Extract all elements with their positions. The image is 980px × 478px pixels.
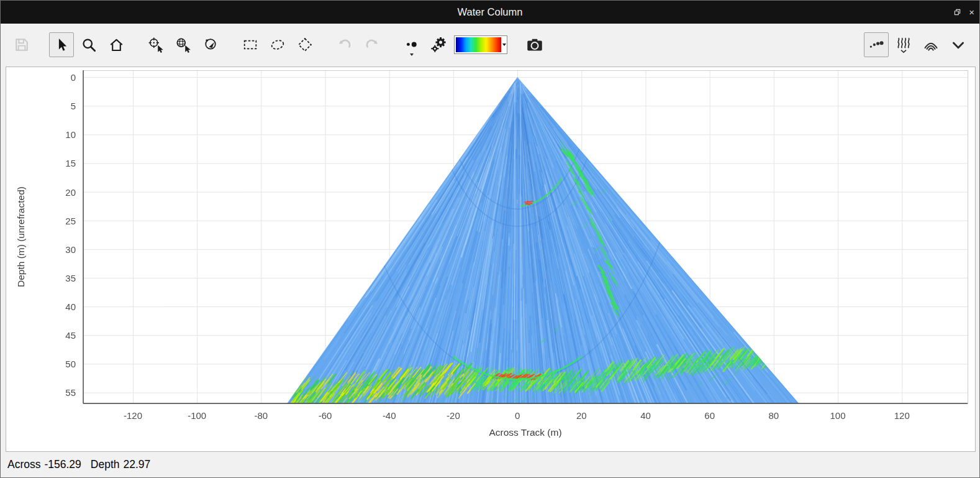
- x-tick-label: -40: [383, 410, 396, 421]
- collapse-toolbar-button[interactable]: [946, 32, 971, 57]
- window-title: Water Column: [458, 6, 523, 18]
- x-tick-label: 100: [830, 410, 846, 421]
- fan-scroll-button[interactable]: [891, 32, 916, 57]
- lasso-select-button[interactable]: [265, 32, 290, 57]
- status-depth-value: 22.97: [124, 458, 151, 471]
- camera-icon: [525, 35, 544, 54]
- save-icon: [13, 36, 30, 53]
- float-window-icon[interactable]: [953, 8, 961, 16]
- water-column-plot-panel: Depth (m) (unrefracted) Across Track (m)…: [6, 67, 976, 452]
- fan-scroll-icon: [895, 35, 912, 54]
- home-icon: [108, 37, 125, 53]
- point-size-icon: [403, 36, 420, 53]
- y-tick-label: 0: [71, 72, 76, 83]
- y-tick-label: 50: [65, 359, 76, 369]
- chevron-down-icon: [950, 36, 967, 53]
- y-tick-label: 20: [65, 186, 76, 197]
- home-view-button[interactable]: [104, 32, 129, 57]
- colormap-gradient: [456, 37, 501, 52]
- sphere-pick-tool-button[interactable]: [171, 32, 196, 57]
- sonar-fan-plot[interactable]: [6, 67, 975, 451]
- undo-button[interactable]: [332, 32, 357, 57]
- x-tick-label: 20: [576, 410, 587, 421]
- y-tick-label: 25: [65, 215, 76, 226]
- status-depth-label: Depth: [91, 458, 120, 471]
- sphere-pick-icon: [175, 36, 192, 53]
- status-bar: Across -156.29 Depth 22.97: [1, 451, 979, 477]
- stacked-view-button[interactable]: [919, 32, 943, 57]
- beam-pick-tool-button[interactable]: [143, 32, 168, 57]
- point-size-button[interactable]: [399, 32, 424, 57]
- beam-pick-icon: [147, 36, 165, 53]
- polygon-select-button[interactable]: [293, 32, 317, 57]
- y-axis-label: Depth (m) (unrefracted): [16, 186, 27, 287]
- stacked-arcs-icon: [922, 36, 940, 53]
- float-window-icon: [953, 8, 961, 16]
- zoom-tool-button[interactable]: [76, 32, 101, 57]
- x-tick-label: 60: [704, 410, 715, 421]
- settings-button[interactable]: [427, 32, 451, 57]
- x-tick-label: 0: [515, 410, 520, 421]
- points-view-icon: [868, 36, 885, 53]
- y-tick-label: 35: [65, 272, 76, 283]
- polygon-select-icon: [296, 36, 314, 53]
- x-tick-label: -100: [188, 410, 206, 421]
- gear-icon: [430, 35, 448, 54]
- y-tick-label: 30: [65, 244, 76, 254]
- y-tick-label: 5: [71, 101, 76, 111]
- titlebar: Water Column ×: [1, 1, 979, 24]
- dropdown-caret-icon: [410, 53, 414, 56]
- y-tick-label: 10: [65, 129, 76, 140]
- toolbar: [1, 24, 979, 66]
- x-tick-label: 120: [894, 410, 910, 421]
- y-tick-label: 45: [65, 330, 76, 341]
- magnifier-icon: [81, 37, 98, 53]
- close-icon[interactable]: ×: [969, 7, 974, 17]
- swipe-icon: [202, 36, 219, 53]
- points-view-button[interactable]: [864, 32, 889, 57]
- x-axis-label: Across Track (m): [489, 427, 561, 438]
- x-tick-label: -20: [447, 410, 460, 421]
- y-tick-label: 15: [65, 158, 76, 168]
- x-tick-label: 40: [640, 410, 651, 421]
- status-across-value: -156.29: [44, 458, 81, 471]
- rectangle-select-icon: [242, 36, 259, 53]
- x-tick-label: -60: [319, 410, 332, 421]
- colormap-dropdown-icon: [502, 44, 506, 46]
- redo-button[interactable]: [360, 32, 384, 57]
- water-column-window: Water Column ×: [0, 0, 980, 478]
- y-tick-label: 40: [65, 301, 76, 312]
- undo-icon: [336, 36, 353, 53]
- x-tick-label: -80: [255, 410, 268, 421]
- lasso-select-icon: [269, 36, 286, 53]
- pointer-tool-button[interactable]: [49, 32, 74, 57]
- snapshot-button[interactable]: [522, 32, 547, 57]
- save-button[interactable]: [9, 32, 34, 57]
- y-tick-label: 55: [65, 387, 76, 398]
- x-tick-label: -120: [124, 410, 142, 421]
- redo-icon: [363, 36, 381, 53]
- titlebar-buttons: ×: [953, 1, 974, 24]
- status-across-label: Across: [7, 458, 40, 471]
- swipe-tool-button[interactable]: [198, 32, 223, 57]
- pointer-icon: [53, 37, 70, 53]
- rectangle-select-button[interactable]: [238, 32, 263, 57]
- colormap-selector[interactable]: [454, 35, 507, 54]
- x-tick-label: 80: [769, 410, 779, 421]
